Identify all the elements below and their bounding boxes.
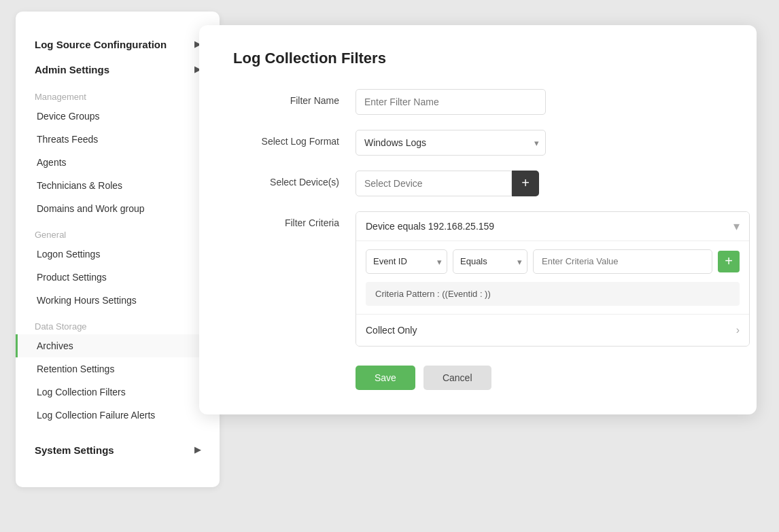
sidebar: Log Source Confinguration ▶ Admin Settin… xyxy=(16,12,220,487)
log-format-control: Windows Logs Linux Logs Mac Logs ▾ xyxy=(356,130,723,156)
sidebar-item-log-collection-filters[interactable]: Log Collection Filters xyxy=(16,380,220,404)
criteria-row: Event ID Event Level Event Source ▾ Equa… xyxy=(366,249,740,274)
equals-select[interactable]: Equals Not Equals Contains xyxy=(453,249,527,274)
sidebar-item-log-source[interactable]: Log Source Confinguration ▶ xyxy=(16,32,220,57)
filter-name-control xyxy=(356,89,723,115)
system-settings-arrow-icon: ▶ xyxy=(194,445,201,455)
sidebar-item-technicians-roles[interactable]: Technicians & Roles xyxy=(16,174,220,197)
filter-criteria-box: Device equals 192.168.25.159 ▾ Event ID … xyxy=(356,211,750,347)
sidebar-item-working-hours[interactable]: Working Hours Settings xyxy=(16,289,220,312)
filter-criteria-control: Device equals 192.168.25.159 ▾ Event ID … xyxy=(356,211,750,347)
sidebar-item-archives[interactable]: Archives xyxy=(16,334,220,357)
event-id-select[interactable]: Event ID Event Level Event Source xyxy=(366,249,447,274)
criteria-add-button[interactable]: + xyxy=(718,251,740,272)
collect-only-chevron-icon: › xyxy=(736,324,740,336)
sidebar-item-device-groups[interactable]: Device Groups xyxy=(16,105,220,128)
cancel-button[interactable]: Cancel xyxy=(423,366,491,390)
filter-criteria-label: Filter Criteria xyxy=(233,211,356,228)
sidebar-item-logon-settings[interactable]: Logon Settings xyxy=(16,243,220,266)
log-format-select[interactable]: Windows Logs Linux Logs Mac Logs xyxy=(356,130,546,156)
sidebar-item-threats-feeds[interactable]: Threats Feeds xyxy=(16,128,220,151)
collect-only-row[interactable]: Collect Only › xyxy=(356,314,749,346)
filter-name-input[interactable] xyxy=(356,89,546,115)
criteria-pattern-box: Criteria Pattern : ((Eventid : )) xyxy=(366,282,740,306)
device-label: Select Device(s) xyxy=(233,171,356,188)
device-add-button[interactable]: + xyxy=(512,171,539,196)
general-category-label: General xyxy=(16,220,220,243)
sidebar-item-system-settings[interactable]: System Settings ▶ xyxy=(16,438,220,463)
sidebar-item-product-settings[interactable]: Product Settings xyxy=(16,266,220,289)
device-control: + xyxy=(356,171,723,196)
main-panel: Log Collection Filters Filter Name Selec… xyxy=(199,25,757,414)
device-row: Select Device(s) + xyxy=(233,171,723,196)
criteria-value-input[interactable] xyxy=(533,249,712,274)
log-format-row: Select Log Format Windows Logs Linux Log… xyxy=(233,130,723,156)
filter-criteria-header[interactable]: Device equals 192.168.25.159 ▾ xyxy=(356,212,749,241)
sidebar-item-admin-settings[interactable]: Admin Settings ▶ xyxy=(16,57,220,82)
filter-criteria-body: Event ID Event Level Event Source ▾ Equa… xyxy=(356,241,749,314)
filter-name-label: Filter Name xyxy=(233,89,356,106)
management-category-label: Management xyxy=(16,82,220,105)
equals-select-wrap: Equals Not Equals Contains ▾ xyxy=(453,249,527,274)
sidebar-item-retention-settings[interactable]: Retention Settings xyxy=(16,357,220,380)
filter-criteria-row: Filter Criteria Device equals 192.168.25… xyxy=(233,211,723,347)
save-button[interactable]: Save xyxy=(356,366,415,390)
event-id-select-wrap: Event ID Event Level Event Source ▾ xyxy=(366,249,447,274)
button-row: Save Cancel xyxy=(233,366,723,390)
sidebar-item-log-collection-failure[interactable]: Log Collection Failure Alerts xyxy=(16,404,220,427)
filter-name-row: Filter Name xyxy=(233,89,723,115)
data-storage-category-label: Data Storage xyxy=(16,312,220,334)
log-format-label: Select Log Format xyxy=(233,130,356,147)
panel-title: Log Collection Filters xyxy=(233,50,723,67)
device-select-row: + xyxy=(356,171,723,196)
log-format-select-wrap: Windows Logs Linux Logs Mac Logs ▾ xyxy=(356,130,546,156)
filter-criteria-chevron-icon: ▾ xyxy=(733,219,740,234)
sidebar-item-agents[interactable]: Agents xyxy=(16,151,220,174)
device-select-input[interactable] xyxy=(356,171,512,196)
sidebar-item-domains-workgroup[interactable]: Domains and Work group xyxy=(16,197,220,220)
